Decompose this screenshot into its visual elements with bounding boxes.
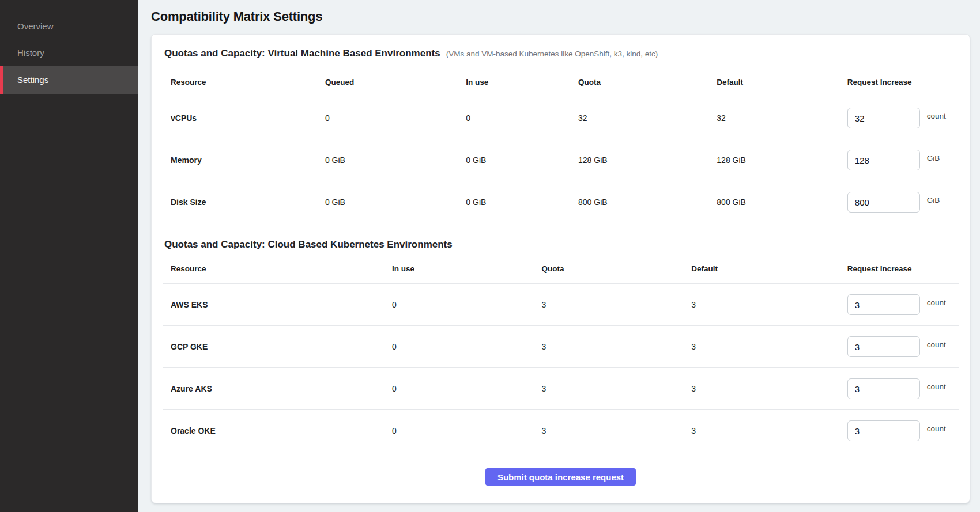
quota-value: 3 — [534, 326, 684, 368]
default-value: 3 — [683, 368, 839, 410]
table-row-vcpus: vCPUs 0 0 32 32 count — [163, 97, 959, 139]
request-increase-cell: count — [847, 420, 951, 441]
table-row-aws-eks: AWS EKS 0 3 3 count — [163, 284, 959, 326]
unit-label: count — [927, 424, 946, 433]
unit-label: count — [927, 298, 946, 307]
resource-label: GCP GKE — [163, 326, 384, 368]
queued-value: 0 GiB — [317, 181, 458, 223]
azure-aks-request-input[interactable] — [847, 378, 920, 399]
cloud-quota-table: Resource In use Quota Default Request In… — [163, 252, 959, 452]
request-increase-cell: GiB — [847, 150, 951, 170]
column-header-default: Default — [708, 65, 839, 97]
resource-label: Oracle OKE — [163, 410, 384, 452]
quota-value: 3 — [534, 410, 684, 452]
unit-label: count — [927, 340, 946, 349]
quota-value: 32 — [570, 97, 708, 139]
in-use-value: 0 GiB — [458, 139, 570, 181]
aws-eks-request-input[interactable] — [847, 294, 920, 315]
column-header-in-use: In use — [384, 252, 534, 284]
column-header-request-increase: Request Increase — [839, 65, 959, 97]
vm-section-title: Quotas and Capacity: Virtual Machine Bas… — [164, 48, 440, 59]
vcpus-request-input[interactable] — [847, 108, 920, 128]
quota-value: 128 GiB — [570, 139, 708, 181]
vm-section-subtitle: (VMs and VM-based Kubernetes like OpenSh… — [446, 50, 658, 58]
cloud-section-header: Quotas and Capacity: Cloud Based Kuberne… — [163, 223, 959, 252]
disk-size-request-input[interactable] — [847, 192, 920, 213]
unit-label: GiB — [927, 154, 940, 162]
column-header-default: Default — [683, 252, 839, 284]
gcp-gke-request-input[interactable] — [847, 336, 920, 357]
in-use-value: 0 — [384, 368, 534, 410]
default-value: 3 — [683, 284, 839, 326]
quota-value: 3 — [534, 368, 684, 410]
submit-quota-increase-button[interactable]: Submit quota increase request — [485, 468, 636, 486]
unit-label: GiB — [927, 196, 940, 204]
column-header-quota: Quota — [570, 65, 708, 97]
column-header-quota: Quota — [534, 252, 684, 284]
column-header-queued: Queued — [317, 65, 458, 97]
quota-value: 800 GiB — [570, 181, 708, 223]
cloud-section-title: Quotas and Capacity: Cloud Based Kuberne… — [164, 239, 453, 251]
quota-settings-card: Quotas and Capacity: Virtual Machine Bas… — [151, 34, 970, 503]
vm-quota-table: Resource Queued In use Quota Default Req… — [163, 65, 959, 223]
table-row-azure-aks: Azure AKS 0 3 3 count — [163, 368, 959, 410]
main-content: Compatibility Matrix Settings Quotas and… — [138, 0, 980, 512]
sidebar-item-overview[interactable]: Overview — [0, 13, 138, 39]
submit-row: Submit quota increase request — [163, 468, 959, 486]
in-use-value: 0 GiB — [458, 181, 570, 223]
resource-label: Disk Size — [163, 181, 317, 223]
oracle-oke-request-input[interactable] — [847, 420, 920, 441]
memory-request-input[interactable] — [847, 150, 920, 170]
table-row-memory: Memory 0 GiB 0 GiB 128 GiB 128 GiB GiB — [163, 139, 959, 181]
queued-value: 0 GiB — [317, 139, 458, 181]
column-header-resource: Resource — [163, 65, 317, 97]
queued-value: 0 — [317, 97, 458, 139]
request-increase-cell: count — [847, 294, 951, 315]
unit-label: count — [927, 382, 946, 391]
quota-value: 3 — [534, 284, 684, 326]
unit-label: count — [927, 112, 946, 120]
resource-label: Azure AKS — [163, 368, 384, 410]
request-increase-cell: GiB — [847, 192, 951, 213]
page-title: Compatibility Matrix Settings — [151, 9, 970, 24]
resource-label: vCPUs — [163, 97, 317, 139]
column-header-request-increase: Request Increase — [839, 252, 959, 284]
in-use-value: 0 — [458, 97, 570, 139]
resource-label: AWS EKS — [163, 284, 384, 326]
default-value: 32 — [708, 97, 839, 139]
default-value: 3 — [683, 410, 839, 452]
default-value: 3 — [683, 326, 839, 368]
vm-table-header-row: Resource Queued In use Quota Default Req… — [163, 65, 959, 97]
cloud-table-header-row: Resource In use Quota Default Request In… — [163, 252, 959, 284]
default-value: 800 GiB — [708, 181, 839, 223]
request-increase-cell: count — [847, 336, 951, 357]
column-header-resource: Resource — [163, 252, 384, 284]
in-use-value: 0 — [384, 284, 534, 326]
vm-section-header: Quotas and Capacity: Virtual Machine Bas… — [163, 36, 959, 65]
in-use-value: 0 — [384, 326, 534, 368]
sidebar-item-history[interactable]: History — [0, 39, 138, 66]
table-row-oracle-oke: Oracle OKE 0 3 3 count — [163, 410, 959, 452]
table-row-disk-size: Disk Size 0 GiB 0 GiB 800 GiB 800 GiB Gi… — [163, 181, 959, 223]
column-header-in-use: In use — [458, 65, 570, 97]
default-value: 128 GiB — [708, 139, 839, 181]
in-use-value: 0 — [384, 410, 534, 452]
table-row-gcp-gke: GCP GKE 0 3 3 count — [163, 326, 959, 368]
request-increase-cell: count — [847, 378, 951, 399]
sidebar-item-settings[interactable]: Settings — [0, 66, 138, 94]
sidebar: Overview History Settings — [0, 0, 138, 512]
resource-label: Memory — [163, 139, 317, 181]
request-increase-cell: count — [847, 108, 951, 128]
